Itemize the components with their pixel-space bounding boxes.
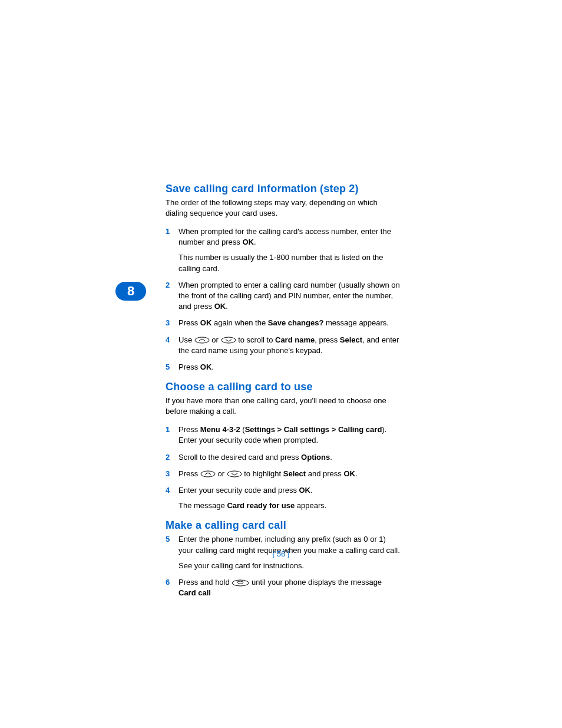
svg-point-4 xyxy=(232,580,249,586)
page-content: Save calling card information (step 2) T… xyxy=(166,183,401,607)
step-number: 2 xyxy=(166,452,178,463)
step-number: 2 xyxy=(166,280,178,312)
step-body: Press and hold until your phone displays… xyxy=(178,577,401,598)
step-list: 1 When prompted for the calling card's a… xyxy=(166,226,401,373)
list-item: 3 Press OK again when the Save changes? … xyxy=(166,318,401,328)
section-heading: Save calling card information (step 2) xyxy=(166,183,401,195)
section-heading: Choose a calling card to use xyxy=(166,381,401,393)
page-number: [ 56 ] xyxy=(0,549,562,558)
svg-point-3 xyxy=(227,471,242,477)
scroll-up-icon xyxy=(200,470,216,477)
list-item: 4 Enter your security code and press OK.… xyxy=(166,485,401,511)
list-item: 5 Press OK. xyxy=(166,362,401,373)
svg-point-2 xyxy=(201,471,215,477)
step-body: Press Menu 4-3-2 (Settings > Call settin… xyxy=(178,424,401,446)
step-body: When prompted to enter a calling card nu… xyxy=(178,280,401,312)
step-number: 6 xyxy=(166,577,178,598)
step-body: Scroll to the desired card and press Opt… xyxy=(178,452,401,463)
section-intro: The order of the following steps may var… xyxy=(166,197,401,218)
step-number: 4 xyxy=(166,485,178,511)
step-body: Press OK again when the Save changes? me… xyxy=(178,318,401,328)
scroll-down-icon xyxy=(221,337,236,344)
section-intro: If you have more than one calling card, … xyxy=(166,396,401,416)
step-number: 1 xyxy=(166,424,178,446)
step-body: Press or to highlight Select and press O… xyxy=(178,469,401,479)
scroll-down-icon xyxy=(227,470,242,477)
step-number: 4 xyxy=(166,335,178,356)
document-page: 8 Save calling card information (step 2)… xyxy=(0,0,562,728)
scroll-up-icon xyxy=(194,337,210,344)
step-number: 3 xyxy=(166,318,178,328)
step-body: Press OK. xyxy=(178,362,401,373)
svg-point-1 xyxy=(222,337,236,343)
list-item: 4 Use or to scroll to Card name, press S… xyxy=(166,335,401,356)
talk-key-icon xyxy=(232,579,249,587)
step-body: When prompted for the calling card's acc… xyxy=(178,226,401,274)
chapter-tab: 8 xyxy=(115,282,146,301)
step-list: 1 Press Menu 4-3-2 (Settings > Call sett… xyxy=(166,424,401,511)
list-item: 1 Press Menu 4-3-2 (Settings > Call sett… xyxy=(166,424,401,446)
chapter-number: 8 xyxy=(127,284,134,299)
step-number: 1 xyxy=(166,226,178,274)
list-item: 1 When prompted for the calling card's a… xyxy=(166,226,401,274)
section-heading: Make a calling card call xyxy=(166,519,401,532)
list-item: 2 Scroll to the desired card and press O… xyxy=(166,452,401,463)
svg-point-0 xyxy=(195,337,209,343)
step-list: 5 Enter the phone number, including any … xyxy=(166,534,401,598)
step-body: Use or to scroll to Card name, press Sel… xyxy=(178,335,401,356)
step-number: 3 xyxy=(166,469,178,479)
list-item: 2 When prompted to enter a calling card … xyxy=(166,280,401,312)
step-body: Enter your security code and press OK. T… xyxy=(178,485,401,511)
list-item: 6 Press and hold until your phone displa… xyxy=(166,577,401,598)
step-number: 5 xyxy=(166,362,178,373)
list-item: 3 Press or to highlight Select and press… xyxy=(166,469,401,479)
